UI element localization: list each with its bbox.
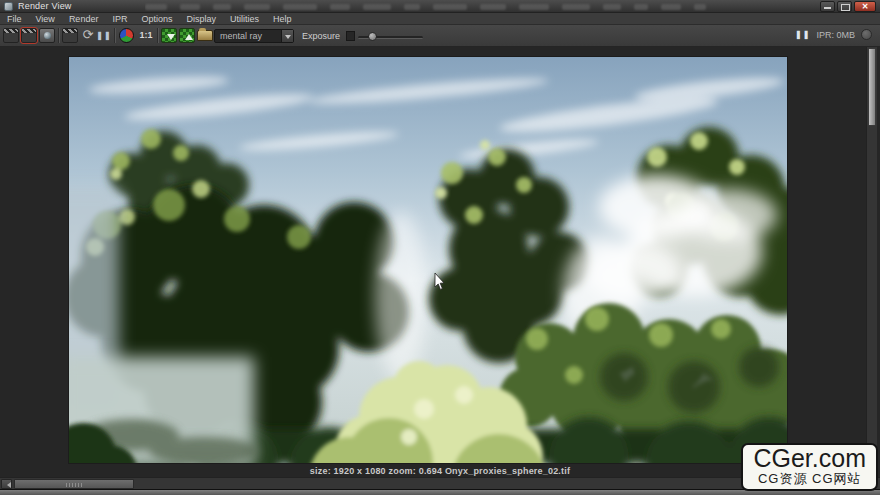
maximize-button[interactable] [837,1,852,12]
toolbar: ⟳ ❚❚ 1:1 mental ray Exposure ❚❚ IPR: 0MB [0,25,880,47]
background-menu-item-blurred [363,4,391,10]
scroll-left-arrow-icon[interactable] [1,479,12,489]
watermark-subtitle: CG资源 CG网站 [753,472,866,486]
remove-image-icon[interactable] [179,28,195,43]
exposure-label: Exposure [302,31,340,41]
renderer-dropdown-value: mental ray [220,31,262,41]
background-menu-item-blurred [603,4,621,10]
menu-item-utilities[interactable]: Utilities [230,13,259,25]
background-menu-item-blurred [180,4,200,10]
background-menu-item-blurred [244,4,270,10]
title-bar[interactable]: Render View ✕ [0,0,880,13]
render-canvas[interactable]: size: 1920 x 1080 zoom: 0.694 Onyx_proxi… [0,47,880,477]
render-region-icon[interactable] [21,28,37,43]
minimize-button[interactable] [820,1,835,12]
background-menu-item-blurred [480,4,506,10]
render-progress-indicator [861,29,872,40]
exposure-value-field[interactable] [346,31,355,41]
exposure-slider-handle[interactable] [368,32,377,41]
background-menu-item-blurred [562,4,590,10]
mouse-cursor [431,272,445,292]
window-title: Render View [18,1,72,11]
chevron-down-icon[interactable] [281,30,293,42]
background-menu-item-blurred [404,4,420,10]
watermark-site-name: CGer.com [753,445,866,472]
ipr-render-icon[interactable] [62,28,78,43]
background-menu-item-blurred [213,4,231,10]
background-menu-item-blurred [145,4,167,10]
background-menu-item-blurred [661,4,681,10]
background-maya-menubar [145,3,808,11]
snapshot-icon[interactable] [39,28,55,43]
menu-item-options[interactable]: Options [141,13,172,25]
render-view-window: Render View ✕ FileViewRenderIPROptionsDi… [0,0,880,495]
background-menu-item-blurred [330,4,350,10]
ipr-pause-icon[interactable]: ❚❚ [795,30,810,39]
pause-ipr-tuning-icon[interactable]: ❚❚ [96,28,112,43]
app-window-icon [4,2,13,11]
background-menu-item-blurred [433,4,467,10]
vertical-scrollbar-thumb[interactable] [868,48,876,126]
background-menu-item-blurred [694,4,706,10]
window-controls: ✕ [820,1,876,12]
keep-image-icon[interactable] [161,28,177,43]
horizontal-scrollbar-thumb[interactable] [14,479,134,489]
ipr-memory-status: IPR: 0MB [816,30,855,40]
menu-item-display[interactable]: Display [186,13,216,25]
watermark-badge: CGer.com CG资源 CG网站 [741,443,878,491]
menu-item-ipr[interactable]: IPR [112,13,127,25]
vertical-scrollbar[interactable] [866,47,877,477]
refresh-ipr-icon[interactable]: ⟳ [80,28,96,43]
render-icon[interactable] [3,28,19,43]
close-button[interactable]: ✕ [854,1,876,12]
rendered-image[interactable] [69,57,787,463]
open-image-icon[interactable] [197,30,213,41]
rgb-channels-icon[interactable] [119,28,134,43]
renderer-dropdown[interactable]: mental ray [214,29,294,43]
menu-item-help[interactable]: Help [273,13,292,25]
menu-item-view[interactable]: View [36,13,55,25]
background-menu-item-blurred [283,4,317,10]
background-menu-item-blurred [519,4,549,10]
background-menu-item-blurred [634,4,648,10]
real-size-icon[interactable]: 1:1 [137,28,155,43]
menu-item-file[interactable]: File [7,13,22,25]
menu-bar: FileViewRenderIPROptionsDisplayUtilities… [0,13,880,25]
menu-item-render[interactable]: Render [69,13,99,25]
